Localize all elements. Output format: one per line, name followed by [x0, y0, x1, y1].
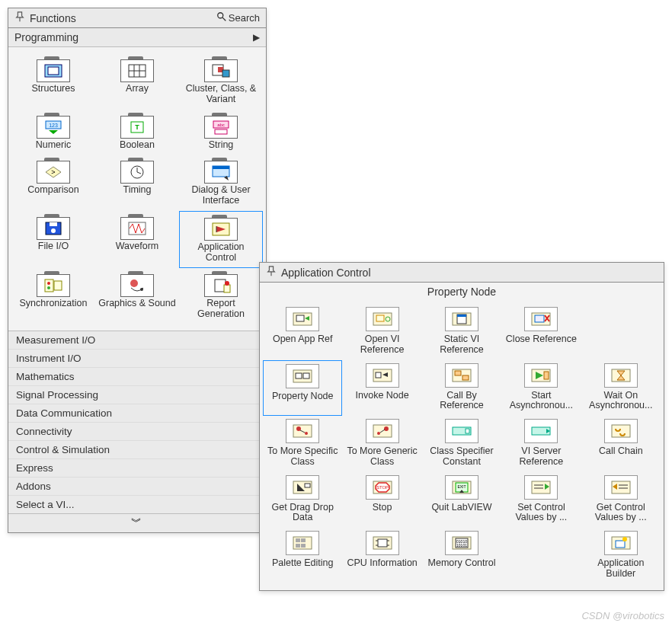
- palette-item-label: Dialog & User Interface: [182, 185, 260, 206]
- folder-icon: [120, 158, 154, 184]
- palette-item[interactable]: Set Control Values by ...: [501, 472, 581, 529]
- watermark: CSDN @virobotics: [581, 610, 664, 621]
- folder-icon: abc: [204, 113, 238, 139]
- palette-item[interactable]: Class Specifier Constant: [422, 416, 501, 472]
- category-item[interactable]: Select a VI...: [8, 496, 266, 513]
- programming-grid: Structures Array Cluster, Class, & Varia…: [8, 47, 266, 331]
- palette-item[interactable]: Get Control Values by ...: [581, 472, 661, 529]
- palette-item[interactable]: Palette Editing: [263, 528, 342, 584]
- category-item[interactable]: Connectivity: [8, 423, 266, 441]
- palette-item-label: Waveform: [116, 241, 159, 252]
- palette-item-label: Memory Control: [428, 558, 496, 569]
- pin-icon[interactable]: [266, 266, 277, 279]
- palette-item[interactable]: Synchronization: [11, 268, 95, 324]
- category-item[interactable]: Addons: [8, 477, 266, 496]
- palette-item[interactable]: Timing: [95, 155, 179, 211]
- svg-rect-104: [301, 544, 306, 548]
- palette-item[interactable]: Report Generation: [179, 268, 263, 324]
- node-icon: [286, 531, 319, 555]
- palette-item[interactable]: To More Generic Class: [342, 416, 421, 472]
- palette-item-label: CPU Information: [347, 558, 417, 569]
- palette-item[interactable]: Waveform: [95, 211, 179, 269]
- category-item[interactable]: Measurement I/O: [8, 331, 266, 350]
- node-icon: STOP: [366, 475, 399, 500]
- node-icon: [524, 363, 558, 388]
- expand-toggle[interactable]: ︾: [8, 513, 266, 532]
- palette-item[interactable]: Start Asynchronou...: [501, 360, 581, 417]
- node-icon: [604, 363, 638, 388]
- palette-item-label: Structures: [32, 84, 75, 94]
- palette-item[interactable]: Call Chain: [581, 416, 661, 472]
- palette-item-label: Set Control Values by ...: [504, 503, 578, 524]
- palette-item-label: Open VI Reference: [345, 334, 418, 356]
- category-item[interactable]: Instrument I/O: [8, 350, 266, 368]
- category-item[interactable]: Express: [8, 459, 266, 477]
- node-icon: [445, 419, 478, 443]
- palette-item-label: File I/O: [38, 241, 69, 252]
- palette-item[interactable]: CPU Information: [342, 528, 421, 584]
- node-icon: [366, 307, 399, 331]
- palette-item-label: Array: [126, 84, 149, 94]
- palette-item[interactable]: Static VI Reference: [422, 304, 501, 360]
- palette-item[interactable]: Application Builder: [581, 528, 661, 584]
- functions-header: Functions Search: [8, 8, 266, 28]
- palette-item-label: Open App Ref: [273, 334, 333, 345]
- svg-rect-41: [224, 285, 230, 292]
- palette-item[interactable]: Cluster, Class, & Variant: [179, 53, 263, 110]
- node-icon: [604, 475, 638, 500]
- node-icon: [604, 419, 638, 443]
- palette-item[interactable]: Application Control: [179, 211, 263, 269]
- search-button[interactable]: Search: [216, 11, 260, 24]
- folder-icon: T: [120, 113, 154, 139]
- search-label: Search: [229, 12, 260, 24]
- palette-item[interactable]: Invoke Node: [342, 360, 421, 417]
- folder-icon: [204, 271, 238, 297]
- svg-text:abc: abc: [217, 123, 225, 127]
- svg-rect-106: [378, 539, 387, 547]
- appctrl-title: Application Control: [281, 267, 658, 279]
- palette-item[interactable]: Call By Reference: [422, 360, 501, 417]
- svg-text:123: 123: [49, 123, 58, 128]
- palette-item[interactable]: 0101010101 Memory Control: [422, 528, 501, 584]
- svg-text:T: T: [135, 123, 139, 131]
- palette-item[interactable]: STOP Stop: [342, 472, 421, 529]
- palette-item[interactable]: VI Server Reference: [501, 416, 581, 472]
- palette-item[interactable]: Structures: [11, 53, 95, 110]
- palette-item-label: Get Control Values by ...: [584, 503, 658, 524]
- palette-item[interactable]: Close Reference: [501, 304, 581, 360]
- category-item[interactable]: Mathematics: [8, 368, 266, 386]
- palette-item[interactable]: Property Node: [263, 360, 342, 417]
- node-icon: [286, 364, 319, 388]
- svg-text:STOP: STOP: [376, 485, 388, 490]
- palette-item[interactable]: Wait On Asynchronou...: [581, 360, 661, 417]
- palette-item-label: Start Asynchronou...: [504, 391, 578, 412]
- palette-item-label: Report Generation: [182, 299, 260, 320]
- subheader-label: Programming: [14, 31, 78, 43]
- palette-item[interactable]: Dialog & User Interface: [179, 155, 263, 211]
- category-item[interactable]: Data Communication: [8, 404, 266, 423]
- palette-item[interactable]: > Comparison: [11, 155, 95, 211]
- palette-item[interactable]: File I/O: [11, 211, 95, 269]
- programming-subheader[interactable]: Programming ▶: [8, 28, 266, 47]
- svg-rect-64: [462, 375, 469, 380]
- palette-item[interactable]: Graphics & Sound: [95, 268, 179, 324]
- pin-icon[interactable]: [14, 11, 25, 24]
- palette-item[interactable]: Open App Ref: [263, 304, 342, 360]
- double-chevron-down-icon: ︾: [131, 516, 143, 528]
- node-icon: [366, 419, 399, 443]
- palette-item[interactable]: Get Drag Drop Data: [263, 472, 342, 529]
- category-item[interactable]: Signal Processing: [8, 386, 266, 404]
- palette-item[interactable]: Open VI Reference: [342, 304, 421, 360]
- node-icon: [445, 307, 478, 331]
- svg-rect-10: [222, 70, 229, 77]
- palette-item[interactable]: abc String: [179, 110, 263, 155]
- folder-icon: [37, 56, 70, 82]
- palette-item[interactable]: Array: [95, 53, 179, 110]
- palette-item-label: String: [209, 140, 234, 151]
- palette-item[interactable]: T Boolean: [95, 110, 179, 155]
- category-item[interactable]: Control & Simulation: [8, 441, 266, 459]
- palette-item[interactable]: EXIT Quit LabVIEW: [422, 472, 501, 529]
- palette-item[interactable]: To More Specific Class: [263, 416, 342, 472]
- svg-point-117: [622, 537, 627, 541]
- palette-item[interactable]: 123 Numeric: [11, 110, 95, 155]
